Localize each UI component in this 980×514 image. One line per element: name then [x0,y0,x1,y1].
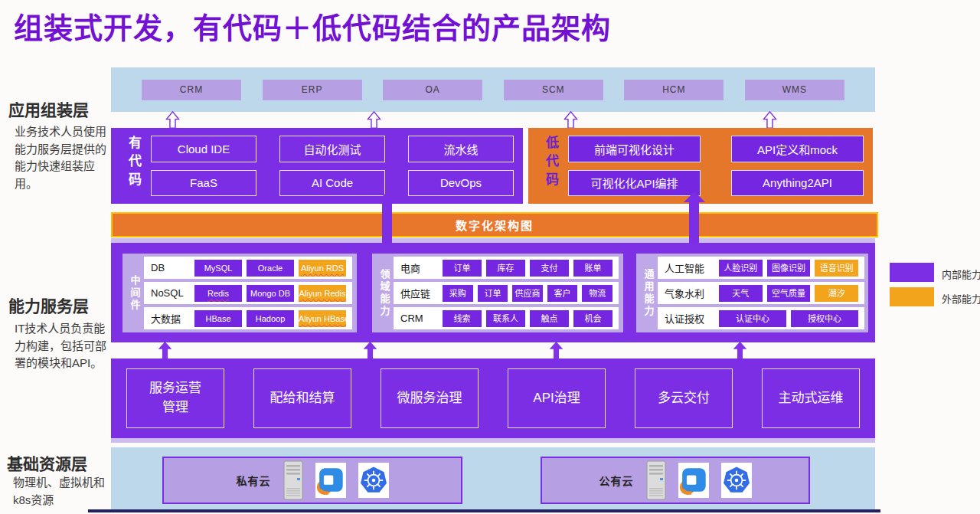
row-label: 电商 [400,260,440,275]
service-box: 微服务治理 [381,368,479,428]
low-code-label: 低代码 [541,136,560,196]
up-arrow-icon [732,342,748,359]
capability-chip: 订单 [478,285,508,302]
capability-chip: Oracle [247,260,294,277]
capability-chip: 供应商 [512,285,543,302]
capability-chip: 语音识别 [815,260,858,277]
server-icon [283,460,303,500]
vmware-icon [678,463,709,498]
capability-row: CRM 线索 联系人 触点 机会 [394,307,619,329]
group-label: 中间件 [126,257,144,329]
capability-chip: 线索 [443,310,482,327]
app-box-oa: OA [383,80,482,100]
connector-arrow-up [689,201,699,244]
capability-chip: 机会 [573,310,612,327]
row-label: 大数据 [151,311,192,326]
legend-label-internal: 内部能力 [942,267,980,281]
capability-chip: 触点 [530,310,569,327]
connector-arrow-up [684,192,705,202]
capability-chip: 物流 [582,285,612,302]
capability-row: 大数据 HBase Hadoop Aliyun HBase [144,307,352,329]
vmware-icon [315,463,346,498]
capability-group-general: 通用能力 人工智能 人脸识别 图像识别 语音识别 气象水利 天气 空气质量 潮汐… [636,254,868,332]
capability-chip: Aliyun RDS [299,260,346,277]
up-arrow-icon [362,342,378,359]
pro-code-band: 有代码 Cloud IDE 自动化测试 流水线 FaaS AI Code Dev… [111,128,523,204]
layer-heading-infra: 基础资源层 [7,451,87,474]
layer-desc-capability: IT技术人员负责能力构建，包括可部署的模块和API。 [15,320,108,372]
row-label: 人工智能 [665,260,717,275]
row-label: 认证授权 [665,311,717,326]
up-arrow-icon [548,342,564,359]
capability-row: DB MySQL Oracle Aliyun RDS [144,257,352,279]
kubernetes-icon [721,463,752,498]
app-box-crm: CRM [142,80,241,100]
page-title: 组装式开发，有代码＋低代码结合的产品架构 [14,5,611,47]
capability-chip: 图像识别 [767,260,811,277]
capability-chip: 天气 [719,285,763,302]
capability-chip: 账单 [573,260,612,277]
capability-row: 电商 订单 库存 支付 账单 [394,257,619,279]
capability-chip: 授权中心 [791,310,858,327]
capability-row: 人工智能 人脸识别 图像识别 语音识别 [658,257,864,279]
low-code-grid: 前端可视化设计 API定义和mock 可视化化API编排 Anything2AP… [568,136,864,196]
legend-swatch-internal [890,263,934,282]
pro-code-label: 有代码 [123,136,143,196]
capability-chip: 支付 [530,260,569,277]
capability-chip: 人脸识别 [719,260,763,277]
row-label: 气象水利 [665,286,717,300]
capability-chip: MySQL [194,260,242,277]
server-icon [646,460,666,500]
service-box: 多云交付 [635,368,733,428]
legend-label-external: 外部能力 [942,291,980,306]
pro-code-item: AI Code [279,170,385,197]
up-arrow-icon [762,111,778,129]
pro-code-item: DevOps [408,170,514,197]
capability-chip: Redis [194,285,242,302]
service-box: 主动式运维 [762,368,860,428]
row-label: CRM [400,313,440,324]
service-box: 配给和结算 [253,368,351,428]
services-band: 服务运营管理 配给和结算 微服务治理 API治理 多云交付 主动式运维 [111,358,875,438]
low-code-item: 前端可视化设计 [568,136,701,162]
capability-chip: Mongo DB [247,285,294,302]
connector-arrow-up [377,192,398,202]
capability-row: NoSQL Redis Mongo DB Aliyun Redis [144,282,352,304]
capability-group-domain: 领域能力 电商 订单 库存 支付 账单 供应链 采购 订单 供应商 客户 物流 … [372,254,623,332]
up-arrow-icon [563,111,579,129]
capability-chip: 客户 [547,285,578,302]
capability-row: 气象水利 天气 空气质量 潮汐 [658,282,864,304]
service-box: 服务运营管理 [126,368,224,428]
app-box-erp: ERP [263,80,362,100]
application-band: CRM ERP OA SCM HCM WMS [111,67,875,112]
row-label: DB [151,262,192,273]
capability-row: 认证授权 认证中心 授权中心 [658,307,864,329]
capability-chip: 认证中心 [719,310,786,327]
group-label: 领域能力 [375,257,394,329]
capability-chip: 库存 [486,260,525,277]
up-arrow-icon [157,342,173,359]
layer-heading-app: 应用组装层 [8,97,89,120]
low-code-item: Anything2API [731,170,864,197]
pro-code-item: Cloud IDE [151,136,256,162]
connector-arrow-up [382,201,392,244]
layer-desc-app: 业务技术人员使用能力服务层提供的能力快速组装应用。 [15,123,108,192]
private-cloud-box: 私有云 [162,457,462,504]
cloud-label: 公有云 [599,473,634,488]
pro-code-grid: Cloud IDE 自动化测试 流水线 FaaS AI Code DevOps [151,136,514,196]
capability-row: 供应链 采购 订单 供应商 客户 物流 [394,282,619,304]
pro-code-item: 流水线 [408,136,514,162]
app-box-scm: SCM [504,80,603,100]
capability-chip: HBase [194,310,242,327]
layer-desc-infra: 物理机、虚拟机和k8s资源 [13,474,106,509]
row-label: NoSQL [151,287,192,299]
row-label: 供应链 [400,286,440,300]
capability-chip: Aliyun HBase [299,310,346,327]
capability-chip: 订单 [443,260,482,277]
capability-chip: 空气质量 [767,285,811,302]
capability-chip: 潮汐 [815,285,858,302]
pro-code-item: FaaS [151,170,256,197]
legend-swatch-external [890,287,934,306]
pro-code-item: 自动化测试 [279,136,385,162]
low-code-item: API定义和mock [731,136,864,162]
